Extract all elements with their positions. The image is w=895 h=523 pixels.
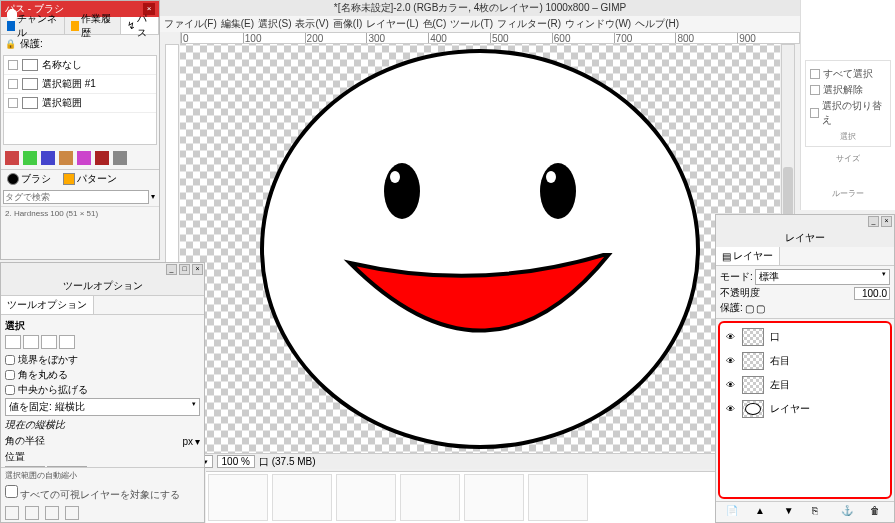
visibility-toggle[interactable] <box>8 60 18 70</box>
opacity-input[interactable]: 100.0 <box>854 287 890 300</box>
ratio-label: 現在の縦横比 <box>5 418 200 432</box>
section-label: 選択 <box>5 319 200 333</box>
visibility-icon[interactable]: 👁 <box>726 332 736 342</box>
tab-pattern[interactable]: パターン <box>57 170 123 188</box>
dup-path-icon[interactable] <box>59 151 73 165</box>
layers-dock: _× レイヤー ▤レイヤー モード:標準 不透明度100.0 保護:▢▢ 👁口 … <box>715 214 895 523</box>
expand-checkbox[interactable] <box>5 385 15 395</box>
chevron-down-icon[interactable]: ▾ <box>195 436 200 447</box>
face-drawing <box>260 49 700 449</box>
menu-view[interactable]: 表示(V) <box>295 17 328 31</box>
toggle-select-item[interactable]: 選択の切り替え <box>810 99 886 127</box>
blend-mode-selector[interactable]: 標準 <box>755 269 890 285</box>
lock-pixels-icon[interactable]: ▢ <box>745 303 754 314</box>
raise-layer-icon[interactable]: ▲ <box>755 505 769 519</box>
dup-layer-icon[interactable]: ⎘ <box>812 505 826 519</box>
layer-row[interactable]: 👁レイヤー <box>722 397 888 421</box>
layer-row[interactable]: 👁右目 <box>722 349 888 373</box>
thumb[interactable] <box>464 474 524 521</box>
thumb[interactable] <box>400 474 460 521</box>
raise-path-icon[interactable] <box>23 151 37 165</box>
delete-layer-icon[interactable]: 🗑 <box>870 505 884 519</box>
new-layer-icon[interactable]: 📄 <box>726 505 740 519</box>
ruler-horizontal: 0100200 300400500 600700800 900 <box>180 32 800 44</box>
path-row[interactable]: 選択範囲 #1 <box>4 75 156 94</box>
close-icon[interactable]: × <box>192 264 203 275</box>
delete-preset-icon[interactable] <box>45 506 59 520</box>
visibility-icon[interactable]: 👁 <box>726 356 736 366</box>
tab-layers[interactable]: ▤レイヤー <box>716 247 780 265</box>
to-sel-icon[interactable] <box>77 151 91 165</box>
layer-row[interactable]: 👁口 <box>722 325 888 349</box>
menu-filter[interactable]: フィルター(R) <box>497 17 561 31</box>
menu-select[interactable]: 選択(S) <box>258 17 291 31</box>
tool-options-dock: _□× ツールオプション ツールオプション 選択 境界をぼかす 角を丸める 中央… <box>0 262 205 523</box>
thumb[interactable] <box>208 474 268 521</box>
menu-tools[interactable]: ツール(T) <box>450 17 493 31</box>
layer-thumb <box>742 400 764 418</box>
maximize-icon[interactable]: □ <box>179 264 190 275</box>
brush-info: 2. Hardness 100 (51 × 51) <box>1 206 159 220</box>
visibility-icon[interactable]: 👁 <box>726 380 736 390</box>
save-preset-icon[interactable] <box>5 506 19 520</box>
delete-path-icon[interactable] <box>113 151 127 165</box>
status-info: 口 (37.5 MB) <box>259 455 316 469</box>
menu-color[interactable]: 色(C) <box>423 17 447 31</box>
mode-buttons[interactable] <box>5 335 200 349</box>
tab-history[interactable]: 作業履歴 <box>65 17 121 34</box>
lock-alpha-icon[interactable]: ▢ <box>756 303 765 314</box>
menu-layer[interactable]: レイヤー(L) <box>366 17 418 31</box>
round-checkbox[interactable] <box>5 370 15 380</box>
tag-search-input[interactable] <box>3 190 149 204</box>
menu-edit[interactable]: 編集(E) <box>221 17 254 31</box>
menu-window[interactable]: ウィンドウ(W) <box>565 17 631 31</box>
paths-dock: パス - ブラシ × チャンネル 作業履歴 ↯パス 🔒保護: 名称なし 選択範囲… <box>0 0 160 260</box>
path-icon: ↯ <box>127 20 135 31</box>
lower-layer-icon[interactable]: ▼ <box>784 505 798 519</box>
deselect-item[interactable]: 選択解除 <box>810 83 886 97</box>
thumb[interactable] <box>336 474 396 521</box>
path-row[interactable]: 選択範囲 <box>4 94 156 113</box>
menu-image[interactable]: 画像(I) <box>333 17 362 31</box>
layers-list[interactable]: 👁口 👁右目 👁左目 👁レイヤー <box>718 321 892 499</box>
taskbar-thumbnails[interactable] <box>206 471 715 523</box>
tab-brush[interactable]: ブラシ <box>1 170 57 188</box>
menu-help[interactable]: ヘルプ(H) <box>635 17 679 31</box>
lock-icon: 🔒 <box>5 39 16 49</box>
lower-path-icon[interactable] <box>41 151 55 165</box>
close-icon[interactable]: × <box>881 216 892 227</box>
visibility-icon[interactable]: 👁 <box>726 404 736 414</box>
minimize-icon[interactable]: _ <box>868 216 879 227</box>
search-dropdown-icon[interactable] <box>149 190 157 204</box>
anchor-layer-icon[interactable]: ⚓ <box>841 505 855 519</box>
paths-list[interactable]: 名称なし 選択範囲 #1 選択範囲 <box>3 55 157 145</box>
stroke-icon[interactable] <box>95 151 109 165</box>
tab-path[interactable]: ↯パス <box>121 17 159 34</box>
menu-bar[interactable]: ファイル(F) 編集(E) 選択(S) 表示(V) 画像(I) レイヤー(L) … <box>160 16 800 32</box>
all-layers-checkbox[interactable] <box>5 485 18 498</box>
fixed-selector[interactable]: 値を固定: 縦横比 <box>5 398 200 416</box>
thumb[interactable] <box>528 474 588 521</box>
layers-icon: ▤ <box>722 251 731 262</box>
restore-preset-icon[interactable] <box>25 506 39 520</box>
canvas[interactable] <box>180 44 780 453</box>
tab-tool-options[interactable]: ツールオプション <box>1 296 94 314</box>
new-path-icon[interactable] <box>5 151 19 165</box>
select-all-item[interactable]: すべて選択 <box>810 67 886 81</box>
menu-file[interactable]: ファイル(F) <box>164 17 217 31</box>
zoom-level[interactable]: 100 % <box>217 455 255 468</box>
thumb[interactable] <box>272 474 332 521</box>
minimize-icon[interactable]: _ <box>166 264 177 275</box>
layer-thumb <box>742 376 764 394</box>
right-eye <box>540 163 576 219</box>
left-eye <box>384 163 420 219</box>
layer-row[interactable]: 👁左目 <box>722 373 888 397</box>
path-row[interactable]: 名称なし <box>4 56 156 75</box>
visibility-toggle[interactable] <box>8 98 18 108</box>
visibility-toggle[interactable] <box>8 79 18 89</box>
reset-icon[interactable] <box>65 506 79 520</box>
antialias-checkbox[interactable] <box>5 355 15 365</box>
layers-title: レイヤー <box>716 229 894 247</box>
right-panel-fragment: すべて選択 選択解除 選択の切り替え 選択 サイズ ルーラー <box>800 0 895 210</box>
window-title: *[名称未設定]-2.0 (RGBカラー, 4枚のレイヤー) 1000x800 … <box>160 0 800 16</box>
